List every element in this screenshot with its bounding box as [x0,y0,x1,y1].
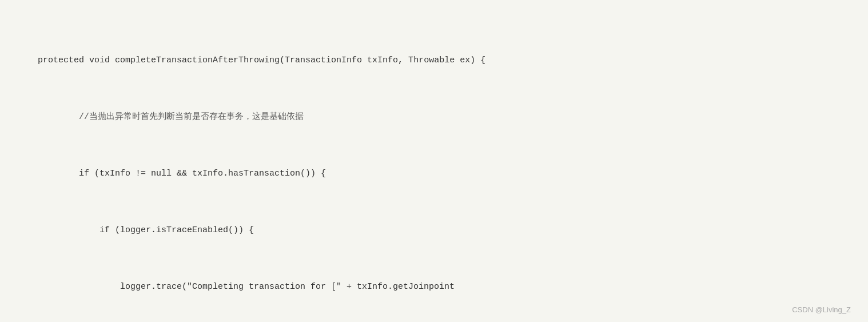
code-line-1: protected void completeTransactionAfterT… [17,54,851,68]
code-line-2: //当抛出异常时首先判断当前是否存在事务，这是基础依据 [17,110,851,125]
code-line-3: if (txInfo != null && txInfo.hasTransact… [17,167,851,181]
code-block: protected void completeTransactionAfterT… [17,11,851,322]
code-container: protected void completeTransactionAfterT… [0,0,868,322]
code-line-5: logger.trace("Completing transaction for… [17,280,851,295]
keyword: protected [38,55,84,65]
watermark: CSDN @Living_Z [792,305,851,314]
code-line-4: if (logger.isTraceEnabled()) { [17,224,851,238]
